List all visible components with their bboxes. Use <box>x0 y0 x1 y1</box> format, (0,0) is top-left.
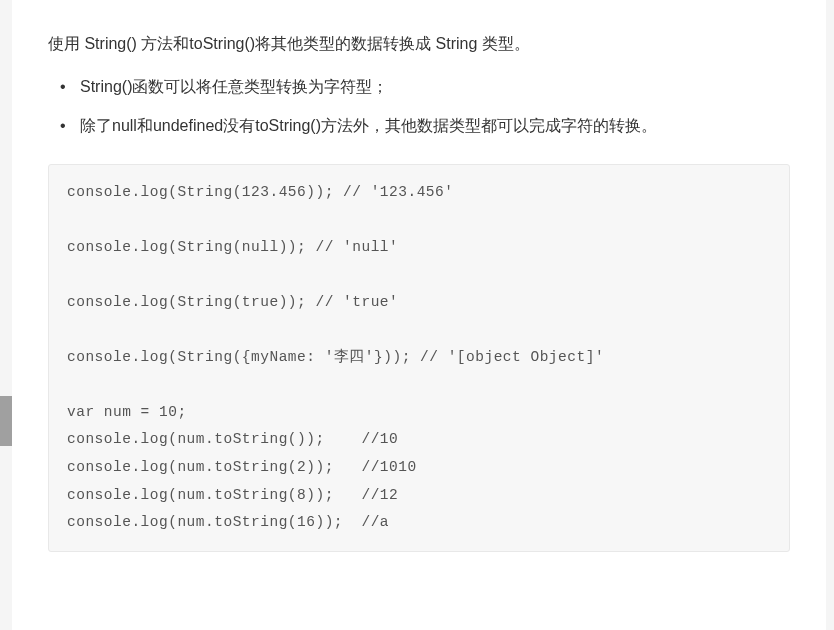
code-example: console.log(String(123.456)); // '123.45… <box>48 164 790 552</box>
list-item: String()函数可以将任意类型转换为字符型； <box>80 73 790 100</box>
list-item: 除了null和undefined没有toString()方法外，其他数据类型都可… <box>80 112 790 139</box>
scrollbar-thumb[interactable] <box>826 0 834 200</box>
intro-paragraph: 使用 String() 方法和toString()将其他类型的数据转换成 Str… <box>48 30 790 57</box>
scrollbar-track[interactable] <box>826 0 834 630</box>
content-container: 使用 String() 方法和toString()将其他类型的数据转换成 Str… <box>12 0 826 630</box>
feature-list: String()函数可以将任意类型转换为字符型； 除了null和undefine… <box>48 73 790 139</box>
left-accent-bar <box>0 396 12 446</box>
